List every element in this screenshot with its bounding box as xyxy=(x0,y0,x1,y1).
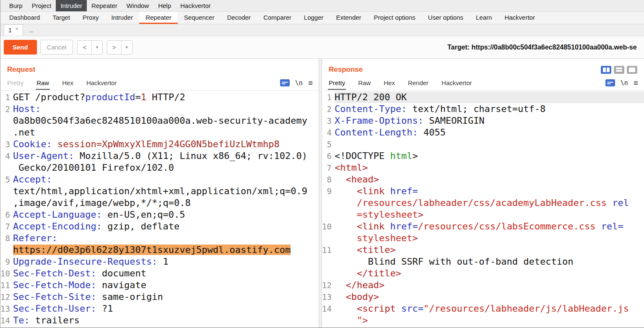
line-number: 4 xyxy=(0,150,13,162)
tab-logger[interactable]: Logger xyxy=(298,12,330,24)
tab-sequencer[interactable]: Sequencer xyxy=(178,12,221,24)
request-code-line[interactable]: 2Host: xyxy=(0,103,319,115)
request-code-line[interactable]: 6Accept-Language: en-US,en;q=0.5 xyxy=(0,209,319,221)
request-tab-hex[interactable]: Hex xyxy=(61,76,74,90)
response-code-line[interactable]: "> xyxy=(322,315,644,326)
cancel-button[interactable]: Cancel xyxy=(40,40,73,55)
response-tab-pretty[interactable]: Pretty xyxy=(328,76,346,90)
request-code-line[interactable]: 0a8b00c504f3a6ec8248510100aa000a.web-sec… xyxy=(0,115,319,127)
tab-extender[interactable]: Extender xyxy=(330,12,368,24)
response-code-line[interactable]: stylesheet> xyxy=(322,232,644,244)
request-code-line[interactable]: 13Sec-Fetch-User: ?1 xyxy=(0,303,319,315)
response-code-line[interactable]: </script> xyxy=(322,326,644,328)
response-code-line[interactable]: 4Content-Length: 4055 xyxy=(322,127,644,138)
response-code-line[interactable]: 12 </head> xyxy=(322,279,644,291)
request-code-line[interactable]: 7Accept-Encoding: gzip, deflate xyxy=(0,221,319,232)
tab-comparer[interactable]: Comparer xyxy=(257,12,298,24)
response-tab-render[interactable]: Render xyxy=(407,76,429,90)
request-tab-hackvertor[interactable]: Hackvertor xyxy=(86,76,118,90)
response-code-line[interactable]: 2Content-Type: text/html; charset=utf-8 xyxy=(322,103,644,115)
request-code-line[interactable]: .net xyxy=(0,127,319,138)
tab-decoder[interactable]: Decoder xyxy=(221,12,257,24)
back-dropdown-icon[interactable]: ▼ xyxy=(91,41,102,54)
menu-intruder[interactable]: Intruder xyxy=(56,0,87,11)
line-number: 8 xyxy=(0,232,13,244)
menu-project[interactable]: Project xyxy=(27,0,56,11)
send-button[interactable]: Send xyxy=(4,40,37,55)
tab-dashboard[interactable]: Dashboard xyxy=(3,12,46,24)
response-code-line[interactable]: 13 <body> xyxy=(322,291,644,303)
request-title: Request xyxy=(7,65,35,74)
tab-hackvertor[interactable]: Hackvertor xyxy=(498,12,541,24)
back-button[interactable]: < xyxy=(78,41,91,54)
tab-user-options[interactable]: User options xyxy=(422,12,470,24)
more-tabs-button[interactable]: ... xyxy=(23,24,40,36)
close-tab-icon[interactable]: × xyxy=(16,26,18,32)
request-code-line[interactable]: 11Sec-Fetch-Mode: navigate xyxy=(0,279,319,291)
request-tab-pretty[interactable]: Pretty xyxy=(6,76,24,90)
menu-window[interactable]: Window xyxy=(122,0,153,11)
pretty-print-icon[interactable] xyxy=(280,79,290,86)
forward-dropdown-icon[interactable]: ▼ xyxy=(121,41,132,54)
response-code-line[interactable]: /resources/labheader/css/academyLabHeade… xyxy=(322,197,644,209)
tab-proxy[interactable]: Proxy xyxy=(76,12,105,24)
request-code-line[interactable]: 4User-Agent: Mozilla/5.0 (X11; Linux x86… xyxy=(0,150,319,162)
menu-repeater[interactable]: Repeater xyxy=(87,0,122,11)
request-code-line[interactable]: 3Cookie: session=XpWmxyXlEmmj24GG0N5befi… xyxy=(0,138,319,150)
response-code-line[interactable]: 5 xyxy=(322,138,644,150)
request-code-line[interactable]: 10Sec-Fetch-Dest: document xyxy=(0,268,319,279)
tab-target[interactable]: Target xyxy=(46,12,76,24)
response-code-line[interactable]: 1HTTP/2 200 OK xyxy=(322,91,644,103)
layout-columns-icon[interactable] xyxy=(601,66,611,74)
menu-help[interactable]: Help xyxy=(153,0,176,11)
response-code-line[interactable]: 14 <script src="/resources/labheader/js/… xyxy=(322,303,644,315)
tab-intruder[interactable]: Intruder xyxy=(105,12,139,24)
request-code-line[interactable]: 5Accept: xyxy=(0,174,319,185)
tab-learn[interactable]: Learn xyxy=(470,12,498,24)
menu-burp[interactable]: Burp xyxy=(5,0,27,11)
request-code-line[interactable]: ,image/avif,image/webp,*/*;q=0.8 xyxy=(0,197,319,209)
tab-repeater[interactable]: Repeater xyxy=(139,12,178,24)
response-code-line[interactable]: 9 <link href= xyxy=(322,185,644,197)
repeater-tab-1[interactable]: 1 × xyxy=(4,24,23,36)
request-code-line[interactable]: 9Upgrade-Insecure-Requests: 1 xyxy=(0,256,319,268)
pretty-print-icon[interactable] xyxy=(605,79,615,86)
request-code-line[interactable]: 14Te: trailers xyxy=(0,315,319,326)
request-code-line[interactable]: https://d0e3p6l62z8y1307t1sxuzvej5pwdl.o… xyxy=(0,244,319,256)
request-code-line[interactable]: 8Referer: xyxy=(0,232,319,244)
tab-project-options[interactable]: Project options xyxy=(368,12,422,24)
response-code-line[interactable]: 6<!DOCTYPE html> xyxy=(322,150,644,162)
line-number: 3 xyxy=(322,115,335,127)
response-tab-hex[interactable]: Hex xyxy=(383,76,396,90)
newline-toggle-icon[interactable]: \n xyxy=(621,79,628,87)
editor-menu-icon[interactable]: ≡ xyxy=(634,79,638,87)
response-code-line[interactable]: 10 <link href=/resources/css/labsEcommer… xyxy=(322,221,644,232)
response-editor[interactable]: 1HTTP/2 200 OK2Content-Type: text/html; … xyxy=(322,91,644,328)
request-tab-raw[interactable]: Raw xyxy=(36,76,50,90)
response-code-line[interactable]: =stylesheet> xyxy=(322,209,644,221)
request-code-line[interactable]: 12Sec-Fetch-Site: same-origin xyxy=(0,291,319,303)
response-editor-icons: \n ≡ xyxy=(605,79,638,87)
menu-hackvertor[interactable]: Hackvertor xyxy=(176,0,216,11)
request-code-line[interactable]: text/html,application/xhtml+xml,applicat… xyxy=(0,185,319,197)
response-code-line[interactable]: 8 <head> xyxy=(322,174,644,185)
response-tab-hackvertor[interactable]: Hackvertor xyxy=(441,76,473,90)
newline-toggle-icon[interactable]: \n xyxy=(295,79,303,87)
response-code-line[interactable]: 7<html> xyxy=(322,162,644,174)
forward-button[interactable]: > xyxy=(107,41,121,54)
request-code-line[interactable]: 1GET /product?productId=1 HTTP/2 xyxy=(0,91,319,103)
request-editor[interactable]: 1GET /product?productId=1 HTTP/22Host:0a… xyxy=(0,91,319,328)
line-number: 2 xyxy=(0,103,13,115)
response-code-line[interactable]: </title> xyxy=(322,268,644,279)
line-number: 7 xyxy=(322,162,335,174)
response-code-line[interactable]: 3X-Frame-Options: SAMEORIGIN xyxy=(322,115,644,127)
layout-single-icon[interactable] xyxy=(627,66,637,74)
response-code-line[interactable]: Blind SSRF with out-of-band detection xyxy=(322,256,644,268)
response-code-line[interactable]: 11 <title> xyxy=(322,244,644,256)
line-number xyxy=(322,256,335,268)
layout-rows-icon[interactable] xyxy=(614,66,624,74)
request-code-line[interactable]: 15 xyxy=(0,326,319,328)
response-tab-raw[interactable]: Raw xyxy=(357,76,371,90)
request-code-line[interactable]: Gecko/20100101 Firefox/102.0 xyxy=(0,162,319,174)
editor-menu-icon[interactable]: ≡ xyxy=(308,79,313,87)
